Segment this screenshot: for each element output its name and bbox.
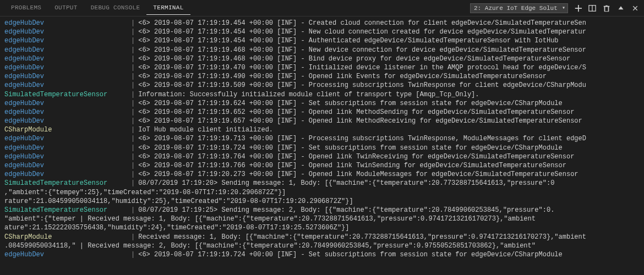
- log-separator: |: [131, 46, 135, 54]
- log-line: SimulatedTemperatureSensor| 08/07/2019 1…: [4, 179, 640, 188]
- log-source: edgeHubDev: [4, 117, 131, 125]
- log-line: edgeHubDev| <6> 2019-08-07 17:19:19.624 …: [4, 99, 640, 108]
- log-message: <6> 2019-08-07 17:19:19.713 +00:00 [INF]…: [138, 134, 586, 143]
- log-separator: |: [131, 36, 135, 45]
- log-line: edgeHubDev| <6> 2019-08-07 17:19:19.454 …: [4, 36, 640, 45]
- log-separator: |: [131, 72, 135, 81]
- log-line: CSharpModule| Received message: 1, Body:…: [4, 233, 640, 241]
- log-line: edgeHubDev| <6> 2019-08-07 17:19:20.273 …: [4, 170, 640, 179]
- tab-debug-console[interactable]: DEBUG CONSOLE: [84, 1, 147, 15]
- log-line: edgeHubDev| <6> 2019-08-07 17:19:19.724 …: [4, 250, 640, 259]
- split-terminal-icon[interactable]: [588, 4, 597, 13]
- log-separator: |: [131, 206, 135, 215]
- log-message: <6> 2019-08-07 17:19:19.468 +00:00 [INF]…: [138, 54, 570, 63]
- log-source: edgeHubDev: [4, 36, 131, 45]
- log-message: <6> 2019-08-07 17:19:19.454 +00:00 [INF]…: [138, 36, 558, 45]
- tab-problems[interactable]: PROBLEMS: [4, 1, 48, 15]
- log-message: Information: Successfully initialized mo…: [138, 90, 479, 99]
- log-separator: |: [131, 152, 135, 161]
- log-separator: |: [131, 90, 135, 99]
- log-separator: |: [131, 170, 135, 179]
- log-line: edgeHubDev| <6> 2019-08-07 17:19:19.509 …: [4, 81, 640, 90]
- log-line: edgeHubDev| <6> 2019-08-07 17:19:19.468 …: [4, 54, 640, 63]
- log-separator: |: [131, 54, 135, 63]
- log-source: edgeHubDev: [4, 152, 131, 161]
- log-source: edgeHubDev: [4, 46, 131, 54]
- log-line: edgeHubDev| <6> 2019-08-07 17:19:19.454 …: [4, 28, 640, 36]
- log-separator: |: [131, 161, 135, 170]
- log-message: <6> 2019-08-07 17:19:19.724 +00:00 [INF]…: [138, 250, 563, 259]
- log-line: edgeHubDev| <6> 2019-08-07 17:19:19.490 …: [4, 72, 640, 81]
- panel-tabs: PROBLEMS OUTPUT DEBUG CONSOLE TERMINAL: [4, 1, 190, 15]
- log-source: edgeHubDev: [4, 63, 131, 72]
- log-message: 08/07/2019 17:19:25> Sending message: 2,…: [138, 206, 554, 215]
- log-source: edgeHubDev: [4, 161, 131, 170]
- panel-toolbar: 2: Azure IoT Edge Solut: [470, 3, 640, 13]
- log-separator: |: [131, 233, 135, 241]
- log-line: edgeHubDev| <6> 2019-08-07 17:19:19.454 …: [4, 19, 640, 28]
- log-line: edgeHubDev| <6> 2019-08-07 17:19:19.713 …: [4, 134, 640, 143]
- log-line: SimulatedTemperatureSensor| 08/07/2019 1…: [4, 206, 640, 215]
- log-source: CSharpModule: [4, 125, 131, 134]
- log-source: CSharpModule: [4, 233, 131, 241]
- log-separator: |: [131, 179, 135, 188]
- log-source: edgeHubDev: [4, 72, 131, 81]
- close-panel-icon[interactable]: [631, 4, 640, 13]
- log-line: edgeHubDev| <6> 2019-08-07 17:19:19.766 …: [4, 161, 640, 170]
- log-message: <6> 2019-08-07 17:19:19.724 +00:00 [INF]…: [138, 144, 563, 152]
- log-separator: |: [131, 63, 135, 72]
- log-line: edgeHubDev| <6> 2019-08-07 17:19:19.657 …: [4, 117, 640, 125]
- log-separator: |: [131, 125, 135, 134]
- tab-output[interactable]: OUTPUT: [48, 1, 84, 15]
- tab-terminal[interactable]: TERMINAL: [146, 1, 190, 15]
- log-wrap-line: ature":21.152222035756438,"humidity":24}…: [4, 223, 640, 232]
- log-message: <6> 2019-08-07 17:19:19.764 +00:00 [INF]…: [138, 152, 574, 161]
- log-message: <6> 2019-08-07 17:19:19.657 +00:00 [INF]…: [138, 117, 582, 125]
- log-source: edgeHubDev: [4, 81, 131, 90]
- log-message: Received message: 1, Body: [{"machine":{…: [138, 233, 586, 241]
- log-separator: |: [131, 134, 135, 143]
- log-source: SimulatedTemperatureSensor: [4, 90, 131, 99]
- terminal-selector[interactable]: 2: Azure IoT Edge Solut: [470, 3, 568, 13]
- log-message: 08/07/2019 17:19:20> Sending message: 1,…: [138, 179, 554, 188]
- log-message: <6> 2019-08-07 17:19:19.454 +00:00 [INF]…: [138, 28, 586, 36]
- terminal-output[interactable]: edgeHubDev| <6> 2019-08-07 17:19:19.454 …: [0, 16, 644, 261]
- new-terminal-icon[interactable]: [574, 4, 582, 13]
- log-message: IoT Hub module client initialized.: [138, 125, 273, 134]
- log-source: SimulatedTemperatureSensor: [4, 206, 131, 215]
- log-message: <6> 2019-08-07 17:19:19.652 +00:00 [INF]…: [138, 108, 574, 117]
- log-source: edgeHubDev: [4, 19, 131, 28]
- log-wrap-line: ,"ambient":{"tempey":25},"timeCreated":"…: [4, 188, 640, 197]
- log-message: <6> 2019-08-07 17:19:19.509 +00:00 [INF]…: [138, 81, 586, 90]
- maximize-panel-icon[interactable]: [616, 4, 625, 13]
- log-separator: |: [131, 108, 135, 117]
- log-source: edgeHubDev: [4, 28, 131, 36]
- log-message: <6> 2019-08-07 17:19:19.766 +00:00 [INF]…: [138, 161, 566, 170]
- log-separator: |: [131, 144, 135, 152]
- log-message: <6> 2019-08-07 17:19:20.273 +00:00 [INF]…: [138, 170, 578, 179]
- log-source: edgeHubDev: [4, 108, 131, 117]
- log-line: CSharpModule| IoT Hub module client init…: [4, 125, 640, 134]
- log-source: edgeHubDev: [4, 170, 131, 179]
- log-message: <6> 2019-08-07 17:19:19.624 +00:00 [INF]…: [138, 99, 563, 108]
- log-line: edgeHubDev| <6> 2019-08-07 17:19:19.652 …: [4, 108, 640, 117]
- log-line: SimulatedTemperatureSensor| Information:…: [4, 90, 640, 99]
- log-separator: |: [131, 19, 135, 28]
- log-source: edgeHubDev: [4, 134, 131, 143]
- log-wrap-line: "ambient":{"temper | Received message: 1…: [4, 215, 640, 223]
- panel-header: PROBLEMS OUTPUT DEBUG CONSOLE TERMINAL 2…: [0, 0, 644, 16]
- log-message: <6> 2019-08-07 17:19:19.454 +00:00 [INF]…: [138, 19, 586, 28]
- log-source: edgeHubDev: [4, 54, 131, 63]
- log-separator: |: [131, 250, 135, 259]
- log-separator: |: [131, 28, 135, 36]
- log-message: <6> 2019-08-07 17:19:19.490 +00:00 [INF]…: [138, 72, 547, 81]
- log-line: edgeHubDev| <6> 2019-08-07 17:19:19.724 …: [4, 144, 640, 152]
- kill-terminal-icon[interactable]: [602, 4, 611, 13]
- log-source: edgeHubDev: [4, 99, 131, 108]
- log-separator: |: [131, 81, 135, 90]
- log-message: <6> 2019-08-07 17:19:19.470 +00:00 [INF]…: [138, 63, 586, 72]
- log-separator: |: [131, 99, 135, 108]
- log-line: edgeHubDev| <6> 2019-08-07 17:19:19.764 …: [4, 152, 640, 161]
- log-source: SimulatedTemperatureSensor: [4, 179, 131, 188]
- log-wrap-line: .084599050034118," | Received message: 2…: [4, 241, 640, 250]
